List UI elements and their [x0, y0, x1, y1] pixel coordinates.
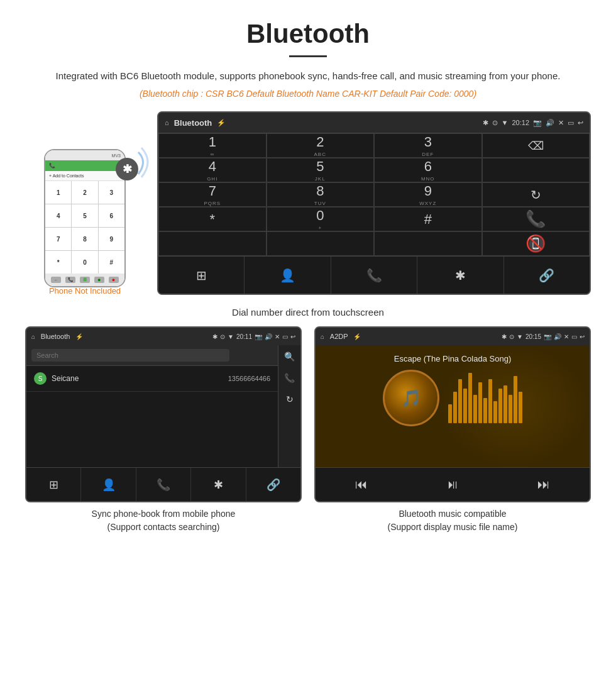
pb-bottom-link[interactable]: 🔗 — [246, 468, 300, 501]
home-icon[interactable]: ⌂ — [165, 119, 169, 126]
pb-main-area: S Seicane 13566664466 🔍 📞 ↻ — [26, 345, 300, 467]
phone-key-hash[interactable]: # — [99, 251, 124, 274]
dial-bottom-bar: ⊞ 👤 📞 ✱ 🔗 — [158, 256, 590, 294]
pb-side-phone-icon[interactable]: 📞 — [284, 373, 295, 383]
phone-call-btn[interactable]: 📞 — [65, 277, 75, 283]
dial-key-3[interactable]: 3DEF — [374, 133, 482, 158]
eq-bar — [498, 389, 502, 423]
phonebook-item: ⌂ Bluetooth ⚡ ✱ ⊙ ▼ 20:11 📷 🔊 ✕ ▭ ↩ — [25, 326, 302, 534]
music-cam-icon[interactable]: 📷 — [544, 333, 551, 340]
dial-backspace[interactable]: ⌫ — [482, 133, 590, 158]
dial-key-8[interactable]: 8TUV — [267, 182, 375, 207]
pb-side-refresh-icon[interactable]: ↻ — [286, 394, 294, 404]
dial-bottom-grid[interactable]: ⊞ — [158, 257, 245, 294]
dial-end-btn[interactable]: 📵 — [482, 231, 590, 256]
dial-bottom-phone[interactable]: 📞 — [331, 257, 417, 294]
music-back-icon[interactable]: ↩ — [580, 333, 585, 340]
music-win-icon[interactable]: ▭ — [571, 333, 577, 340]
status-right: ✱ ⊙ ▼ 20:12 📷 🔊 ✕ ▭ ↩ — [483, 119, 583, 127]
phone-key-1[interactable]: 1 — [45, 181, 71, 204]
music-x-icon[interactable]: ✕ — [564, 333, 569, 340]
dial-key-star[interactable]: * — [158, 207, 267, 231]
volume-icon[interactable]: 🔊 — [546, 119, 554, 127]
phone-key-8[interactable]: 8 — [72, 228, 97, 250]
phone-green-btn[interactable]: ● — [94, 277, 104, 283]
page-header: Bluetooth Integrated with BC6 Bluetooth … — [0, 0, 616, 105]
dial-call-btn[interactable]: 📞 — [482, 207, 590, 231]
phone-key-5[interactable]: 5 — [72, 204, 97, 227]
music-bt-symbol: 🎵 — [401, 389, 421, 408]
pb-side-search-icon[interactable]: 🔍 — [284, 351, 295, 362]
music-status-right: ✱ ⊙ ▼ 20:15 📷 🔊 ✕ ▭ ↩ — [502, 333, 585, 340]
phone-wrapper: ✱ MV3 📞 + Add to Contacts 1 2 3 — [44, 136, 126, 281]
dial-grid: 1∞ 2ABC 3DEF ⌫ 4GHI 5JKL 6MNO — [158, 133, 590, 256]
phone-bottom-bar: ← 📞 ☰ ● ● — [45, 274, 124, 286]
music-status-left: ⌂ A2DP ⚡ — [321, 333, 361, 340]
dial-key-hash[interactable]: # — [374, 207, 482, 231]
phone-back-btn[interactable]: ← — [51, 277, 61, 283]
phone-key-star[interactable]: * — [45, 251, 71, 274]
back-icon[interactable]: ↩ — [578, 119, 583, 127]
music-home-icon[interactable]: ⌂ — [321, 333, 324, 340]
music-controls: ⏮ ⏯ ⏭ — [316, 467, 590, 501]
dial-refresh[interactable]: ↻ — [482, 182, 590, 207]
dial-empty-row5-2 — [267, 231, 375, 256]
pb-vol-icon[interactable]: 🔊 — [265, 333, 272, 340]
music-song-title: Escape (The Pina Colada Song) — [394, 354, 511, 363]
dial-bottom-link[interactable]: 🔗 — [504, 257, 590, 294]
eq-bar — [468, 373, 472, 423]
pb-search-input[interactable] — [31, 349, 229, 362]
pb-usb-icon: ⚡ — [75, 333, 83, 340]
pb-cam-icon[interactable]: 📷 — [255, 333, 262, 340]
pb-back-icon[interactable]: ↩ — [290, 333, 295, 340]
phonebook-caption: Sync phone-book from mobile phone(Suppor… — [92, 507, 236, 534]
dial-key-9[interactable]: 9WXYZ — [374, 182, 482, 207]
pb-contact-row[interactable]: S Seicane 13566664466 — [26, 366, 278, 392]
dial-key-1[interactable]: 1∞ — [158, 133, 267, 158]
dial-key-5[interactable]: 5JKL — [267, 158, 375, 182]
phone-key-6[interactable]: 6 — [99, 204, 124, 227]
title-divider — [289, 55, 327, 57]
music-vol-icon[interactable]: 🔊 — [554, 333, 561, 340]
pb-win-icon[interactable]: ▭ — [282, 333, 288, 340]
music-album-art: 🎵 — [383, 370, 439, 426]
dial-key-6[interactable]: 6MNO — [374, 158, 482, 182]
eq-bar — [448, 404, 452, 423]
window-icon[interactable]: ▭ — [568, 119, 574, 127]
music-play-btn[interactable]: ⏯ — [446, 477, 459, 492]
phone-key-0[interactable]: 0 — [72, 251, 97, 274]
dial-status-bar: ⌂ Bluetooth ⚡ ✱ ⊙ ▼ 20:12 📷 🔊 ✕ ▭ ↩ — [158, 113, 590, 133]
music-next-btn[interactable]: ⏭ — [537, 477, 550, 492]
dial-key-2[interactable]: 2ABC — [267, 133, 375, 158]
page-title: Bluetooth — [38, 19, 578, 49]
dial-empty-row2 — [482, 158, 590, 182]
pb-bottom-grid[interactable]: ⊞ — [26, 468, 81, 501]
eq-bar — [478, 382, 482, 423]
music-prev-btn[interactable]: ⏮ — [355, 477, 368, 492]
dial-key-7[interactable]: 7PQRS — [158, 182, 267, 207]
pb-bt-icon: ✱ — [212, 333, 217, 340]
pb-bottom-phone[interactable]: 📞 — [136, 468, 191, 501]
music-content: 🎵 — [383, 370, 522, 426]
phone-key-4[interactable]: 4 — [45, 204, 71, 227]
dial-bottom-bluetooth[interactable]: ✱ — [417, 257, 503, 294]
close-icon[interactable]: ✕ — [558, 119, 564, 127]
dial-screen-title: Bluetooth — [174, 118, 212, 128]
pb-time: 20:11 — [236, 333, 252, 340]
phone-menu-btn[interactable]: ☰ — [80, 277, 90, 283]
pb-bottom-bt[interactable]: ✱ — [191, 468, 246, 501]
eq-bar — [503, 385, 507, 423]
dial-key-4[interactable]: 4GHI — [158, 158, 267, 182]
pb-title: Bluetooth — [41, 333, 70, 340]
phone-red-btn[interactable]: ● — [109, 277, 119, 283]
dial-key-0[interactable]: 0+ — [267, 207, 375, 231]
phone-key-2[interactable]: 2 — [72, 181, 97, 204]
pb-x-icon[interactable]: ✕ — [275, 333, 280, 340]
dial-bottom-contacts[interactable]: 👤 — [245, 257, 331, 294]
phone-key-9[interactable]: 9 — [99, 228, 124, 250]
camera-icon[interactable]: 📷 — [533, 119, 542, 127]
phone-key-7[interactable]: 7 — [45, 228, 71, 250]
pb-bottom-user[interactable]: 👤 — [81, 468, 136, 501]
page-description: Integrated with BC6 Bluetooth module, su… — [38, 69, 578, 84]
pb-home-icon[interactable]: ⌂ — [31, 333, 35, 340]
